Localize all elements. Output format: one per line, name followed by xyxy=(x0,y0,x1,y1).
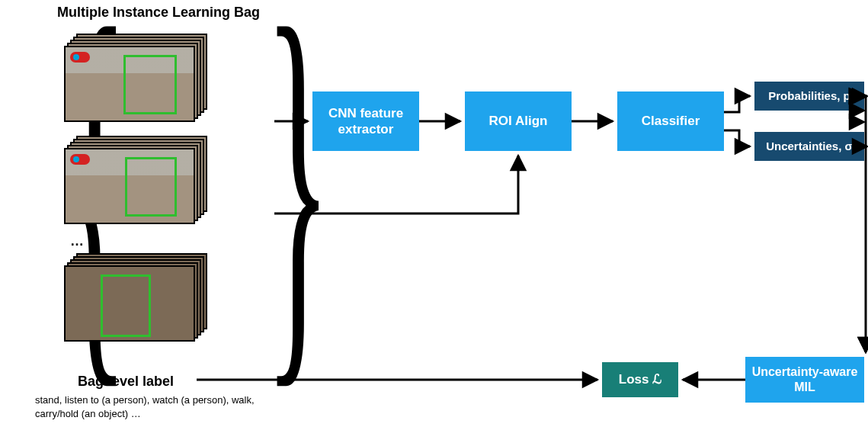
probabilities-text: Probabilities, p xyxy=(768,89,850,104)
bbox-person-1 xyxy=(123,55,177,114)
right-brace: } xyxy=(264,0,332,431)
video-stack-2 xyxy=(64,136,207,221)
bbox-person-3 xyxy=(101,274,151,337)
roi-align-block: ROI Align xyxy=(465,91,572,151)
uncertainties-text: Uncertainties, σ xyxy=(766,140,853,154)
classifier-block: Classifier xyxy=(617,91,724,151)
loss-block: Loss ℒ xyxy=(602,362,678,397)
bbox-person-2 xyxy=(125,157,177,217)
bag-level-label-title: Bag-level label xyxy=(78,374,174,390)
probabilities-block: Probabilities, p xyxy=(754,82,864,111)
video-stack-3 xyxy=(64,253,207,339)
uncertainties-block: Uncertainties, σ xyxy=(754,132,864,161)
bag-ellipsis: … xyxy=(70,233,84,249)
video-stack-1 xyxy=(64,34,207,119)
logo-icon xyxy=(70,52,90,63)
mil-block: Uncertainty-aware MIL xyxy=(745,357,864,403)
logo-icon xyxy=(70,154,90,165)
bag-level-label-list: stand, listen to (a person), watch (a pe… xyxy=(35,393,279,420)
cnn-block: CNN feature extractor xyxy=(312,91,419,151)
